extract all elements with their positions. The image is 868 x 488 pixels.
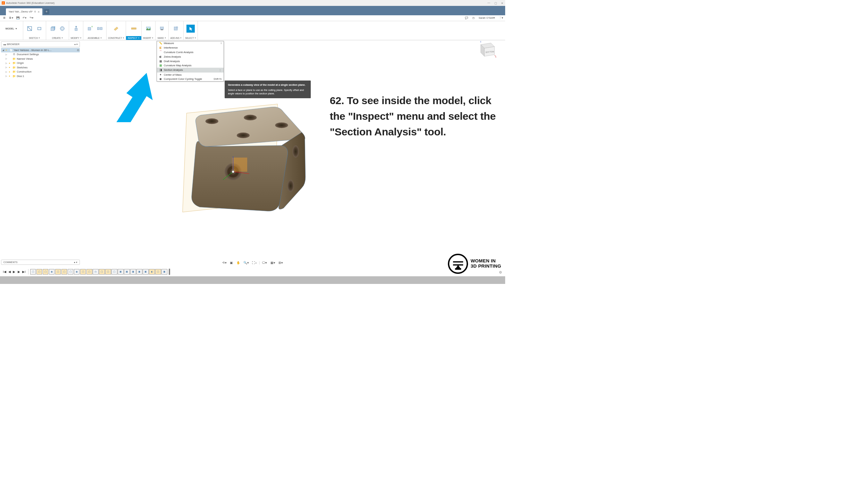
timeline-step[interactable]: ▣ bbox=[130, 269, 136, 275]
addins-scripts-icon[interactable] bbox=[172, 25, 180, 33]
expand-icon[interactable]: ◢ bbox=[2, 49, 5, 51]
timeline-step[interactable]: ◷ bbox=[93, 269, 98, 275]
menu-zebra[interactable]: ◐Zebra Analysis bbox=[157, 54, 224, 59]
model-viewport[interactable] bbox=[181, 101, 312, 214]
extensions-icon[interactable]: 💬 bbox=[465, 16, 468, 19]
timeline-step[interactable]: ▢ bbox=[61, 269, 67, 275]
save-button[interactable]: 💾 bbox=[15, 16, 20, 20]
minimize-button[interactable]: — bbox=[487, 1, 490, 5]
timeline-step[interactable]: ▢ bbox=[36, 269, 42, 275]
timeline-step[interactable]: ▢ bbox=[105, 269, 111, 275]
timeline-step[interactable]: ▢ bbox=[99, 269, 105, 275]
timeline-marker[interactable] bbox=[169, 269, 170, 275]
tree-item-dice[interactable]: ▷●📁Dice:1 bbox=[1, 74, 80, 78]
ribbon-label-inspect[interactable]: INSPECT▼ bbox=[126, 36, 141, 40]
timeline-end-icon[interactable]: ▶I bbox=[22, 270, 26, 274]
print-3d-icon[interactable] bbox=[158, 25, 166, 33]
undo-button[interactable]: ↶▾ bbox=[22, 16, 28, 20]
extrude-icon[interactable] bbox=[49, 25, 57, 33]
timeline-step[interactable]: ▢ bbox=[68, 269, 73, 275]
document-tab[interactable]: Yard Yah...Demo v5* ✕ bbox=[6, 8, 42, 15]
ribbon-label-insert[interactable]: INSERT▼ bbox=[142, 36, 155, 40]
timeline-step[interactable]: ▢ bbox=[43, 269, 48, 275]
tree-item-sketches[interactable]: ▷●📁Sketches bbox=[1, 65, 80, 69]
menu-curvature-comb[interactable]: ⌒Curvature Comb Analysis bbox=[157, 50, 224, 54]
collapse-browser-icon[interactable]: ◂◂ bbox=[3, 43, 6, 46]
browser-opts-icon[interactable]: ● bbox=[74, 43, 76, 45]
timeline-step[interactable]: ◉ bbox=[74, 269, 80, 275]
timeline-step[interactable]: ▢ bbox=[155, 269, 161, 275]
menu-interference[interactable]: ◧Interference bbox=[157, 45, 224, 50]
timeline-start-icon[interactable]: I◀ bbox=[2, 270, 7, 274]
ribbon-label-select[interactable]: SELECT▼ bbox=[184, 36, 198, 40]
timeline-step[interactable]: ◉ bbox=[49, 269, 55, 275]
close-button[interactable]: ✕ bbox=[501, 1, 503, 5]
insert-decal-icon[interactable] bbox=[144, 25, 152, 33]
sketch-rect-icon[interactable] bbox=[35, 25, 43, 33]
box-icon[interactable] bbox=[58, 25, 66, 33]
menu-measure[interactable]: 📏MeasureI bbox=[157, 41, 224, 46]
file-menu-button[interactable]: 🗎▾ bbox=[8, 16, 14, 20]
user-menu[interactable]: Sarah O'Sell▾ bbox=[478, 16, 494, 19]
display-icon[interactable]: 🖵▾ bbox=[261, 261, 268, 265]
timeline-step[interactable]: ▣ bbox=[118, 269, 123, 275]
help-icon[interactable]: ❔▾ bbox=[499, 16, 503, 19]
timeline-step[interactable]: ▣ bbox=[124, 269, 130, 275]
timeline-step[interactable]: ◐ bbox=[149, 269, 155, 275]
timeline-step[interactable]: ▢ bbox=[86, 269, 92, 275]
tree-root[interactable]: ◢ ● 📄 Yard Yahtzee - Women in 3D L... bbox=[1, 48, 80, 52]
ribbon-label-construct[interactable]: CONSTRUCT▼ bbox=[107, 36, 126, 40]
redo-button[interactable]: ↷▾ bbox=[28, 16, 35, 20]
timeline-step[interactable]: ▢ bbox=[55, 269, 61, 275]
sketch-line-icon[interactable] bbox=[26, 25, 34, 33]
timeline-step[interactable]: ▢ bbox=[30, 269, 36, 275]
timeline-step[interactable]: ▣ bbox=[136, 269, 142, 275]
visibility-icon[interactable]: ● bbox=[6, 49, 8, 51]
data-panel-button[interactable]: ⊞ bbox=[2, 16, 7, 20]
menu-draft[interactable]: ▦Draft Analysis bbox=[157, 59, 224, 64]
new-tab-button[interactable]: + bbox=[44, 9, 49, 14]
ribbon-label-create[interactable]: CREATE▼ bbox=[46, 36, 69, 40]
timeline-step[interactable]: ▣ bbox=[143, 269, 148, 275]
press-pull-icon[interactable] bbox=[72, 25, 80, 33]
ribbon-label-modify[interactable]: MODIFY▼ bbox=[69, 36, 83, 40]
maximize-button[interactable]: ▢ bbox=[494, 1, 497, 5]
timeline-step[interactable]: ▢ bbox=[111, 269, 117, 275]
viewcube[interactable]: Z BOTTOM X bbox=[479, 41, 496, 58]
menu-center-mass[interactable]: ✦Center of Mass bbox=[157, 73, 224, 77]
ribbon-label-sketch[interactable]: SKETCH▼ bbox=[23, 36, 46, 40]
more-opts-icon[interactable]: ⋮ bbox=[219, 68, 222, 72]
ribbon-label-assemble[interactable]: ASSEMBLE▼ bbox=[83, 36, 106, 40]
tree-item-docsettings[interactable]: ▷⚙Document Settings bbox=[1, 52, 80, 57]
tab-close-icon[interactable]: ✕ bbox=[37, 10, 40, 14]
menu-color-cycling[interactable]: ◉Component Color Cycling ToggleShift+N bbox=[157, 77, 224, 81]
viewport-icon[interactable]: ⊞▾ bbox=[278, 261, 284, 265]
orbit-icon[interactable]: ⟲▾ bbox=[222, 261, 228, 265]
active-component-radio[interactable] bbox=[77, 49, 79, 51]
menu-curvature-map[interactable]: ▦Curvature Map Analysis bbox=[157, 63, 224, 68]
timeline-prev-icon[interactable]: ◀ bbox=[8, 270, 12, 274]
comments-panel[interactable]: COMMENTS ●▾ bbox=[1, 260, 80, 265]
grid-icon[interactable]: ▦▾ bbox=[269, 261, 276, 265]
timeline-next-icon[interactable]: ▶ bbox=[17, 270, 21, 274]
timeline-step[interactable]: ▣ bbox=[161, 269, 167, 275]
zoom-icon[interactable]: 🔍▾ bbox=[243, 261, 250, 265]
lookat-icon[interactable]: ▣ bbox=[229, 261, 234, 265]
construct-plane-icon[interactable] bbox=[112, 25, 120, 33]
browser-header[interactable]: ◂◂ BROWSER ●▾ bbox=[1, 41, 80, 47]
timeline-step[interactable]: ▢ bbox=[80, 269, 86, 275]
menu-section-analysis[interactable]: ◨Section Analysis⋮ bbox=[157, 68, 224, 72]
ribbon-label-addins[interactable]: ADD-INS▼ bbox=[169, 36, 183, 40]
ribbon-label-make[interactable]: MAKE▼ bbox=[156, 36, 168, 40]
tree-item-namedviews[interactable]: ▷📁Named Views bbox=[1, 57, 80, 61]
measure-icon[interactable] bbox=[130, 25, 137, 33]
joint-icon[interactable] bbox=[95, 25, 103, 33]
workspace-switcher[interactable]: MODEL▼ bbox=[2, 27, 20, 30]
tree-item-origin[interactable]: ▷●📁Origin bbox=[1, 61, 80, 65]
fit-icon[interactable]: ⛶▾ bbox=[251, 261, 258, 265]
tree-item-construction[interactable]: ▷●📁Construction bbox=[1, 70, 80, 74]
select-tool-icon[interactable] bbox=[186, 25, 194, 33]
timeline-play-icon[interactable]: ▶ bbox=[12, 270, 16, 274]
jobs-icon[interactable]: ◷ bbox=[472, 16, 475, 19]
new-component-icon[interactable]: + bbox=[86, 25, 94, 33]
